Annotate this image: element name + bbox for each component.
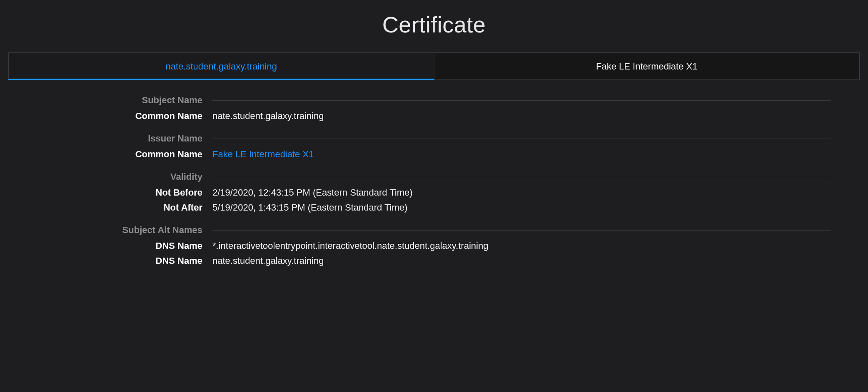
page-title: Certificate <box>0 12 868 37</box>
section-subject-alt-names: Subject Alt Names <box>37 225 831 236</box>
row-subject-common-name: Common Name nate.student.galaxy.training <box>37 111 831 122</box>
cert-details: Subject Name Common Name nate.student.ga… <box>37 95 831 266</box>
row-not-after: Not After 5/19/2020, 1:43:15 PM (Eastern… <box>37 202 831 213</box>
section-divider <box>212 139 831 139</box>
row-san-dns-1: DNS Name *.interactivetoolentrypoint.int… <box>37 241 831 251</box>
tab-leaf-cert[interactable]: nate.student.galaxy.training <box>8 52 434 80</box>
section-label: Subject Alt Names <box>37 225 212 236</box>
section-subject-name: Subject Name <box>37 95 831 106</box>
row-san-dns-2: DNS Name nate.student.galaxy.training <box>37 256 831 266</box>
section-divider <box>212 177 831 177</box>
issuer-link[interactable]: Fake LE Intermediate X1 <box>212 149 831 160</box>
field-value: *.interactivetoolentrypoint.interactivet… <box>212 241 831 251</box>
field-value: 2/19/2020, 12:43:15 PM (Eastern Standard… <box>212 187 831 198</box>
tab-intermediate-cert[interactable]: Fake LE Intermediate X1 <box>434 52 860 80</box>
section-divider <box>212 100 831 101</box>
row-issuer-common-name: Common Name Fake LE Intermediate X1 <box>37 149 831 160</box>
field-label: Not Before <box>37 187 212 198</box>
field-label: Common Name <box>37 149 212 160</box>
field-value: nate.student.galaxy.training <box>212 111 831 122</box>
section-divider <box>212 230 831 231</box>
field-label: Common Name <box>37 111 212 122</box>
row-not-before: Not Before 2/19/2020, 12:43:15 PM (Easte… <box>37 187 831 198</box>
field-label: DNS Name <box>37 256 212 266</box>
section-label: Validity <box>37 171 212 182</box>
cert-chain-tabbar: nate.student.galaxy.training Fake LE Int… <box>8 52 860 80</box>
field-label: Not After <box>37 202 212 213</box>
section-label: Subject Name <box>37 95 212 106</box>
field-value: 5/19/2020, 1:43:15 PM (Eastern Standard … <box>212 202 831 213</box>
section-issuer-name: Issuer Name <box>37 133 831 144</box>
section-validity: Validity <box>37 171 831 182</box>
field-value: nate.student.galaxy.training <box>212 256 831 266</box>
section-label: Issuer Name <box>37 133 212 144</box>
field-label: DNS Name <box>37 241 212 251</box>
